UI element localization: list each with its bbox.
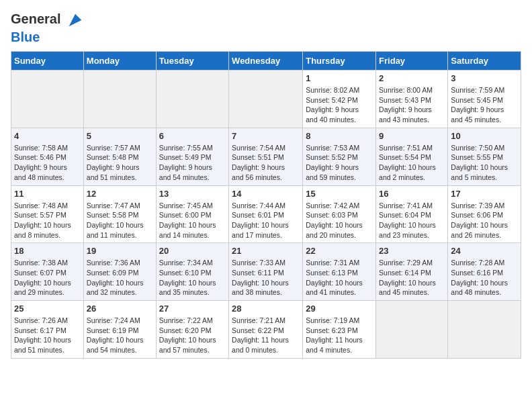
calendar-cell: 8Sunrise: 7:53 AM Sunset: 5:52 PM Daylig…: [303, 128, 376, 185]
day-info: Sunrise: 7:59 AM Sunset: 5:45 PM Dayligh…: [451, 85, 518, 125]
day-number: 15: [306, 189, 373, 199]
column-header-wednesday: Wednesday: [229, 52, 303, 71]
calendar-cell: 28Sunrise: 7:21 AM Sunset: 6:22 PM Dayli…: [229, 301, 303, 359]
calendar-cell: [156, 71, 228, 128]
day-number: 7: [232, 131, 300, 141]
day-info: Sunrise: 7:57 AM Sunset: 5:48 PM Dayligh…: [87, 143, 153, 183]
calendar-cell: 25Sunrise: 7:26 AM Sunset: 6:17 PM Dayli…: [11, 301, 84, 359]
column-header-monday: Monday: [83, 52, 156, 71]
day-number: 11: [14, 189, 81, 199]
day-number: 24: [451, 246, 518, 256]
day-info: Sunrise: 7:39 AM Sunset: 6:06 PM Dayligh…: [451, 201, 518, 240]
week-row-2: 4Sunrise: 7:58 AM Sunset: 5:46 PM Daylig…: [11, 128, 521, 185]
day-info: Sunrise: 7:21 AM Sunset: 6:22 PM Dayligh…: [232, 316, 300, 355]
day-info: Sunrise: 7:26 AM Sunset: 6:17 PM Dayligh…: [14, 316, 81, 355]
day-info: Sunrise: 7:28 AM Sunset: 6:16 PM Dayligh…: [451, 258, 518, 298]
day-number: 12: [87, 189, 153, 199]
day-number: 16: [379, 189, 445, 199]
day-info: Sunrise: 7:22 AM Sunset: 6:20 PM Dayligh…: [159, 316, 226, 355]
calendar-cell: 14Sunrise: 7:44 AM Sunset: 6:01 PM Dayli…: [229, 185, 303, 243]
logo-blue: Blue: [11, 30, 85, 44]
day-info: Sunrise: 7:45 AM Sunset: 6:00 PM Dayligh…: [159, 201, 226, 240]
day-number: 22: [306, 246, 373, 256]
calendar-cell: 15Sunrise: 7:42 AM Sunset: 6:03 PM Dayli…: [303, 185, 376, 243]
day-number: 28: [232, 304, 300, 314]
day-info: Sunrise: 7:34 AM Sunset: 6:10 PM Dayligh…: [159, 258, 226, 298]
calendar-cell: 1Sunrise: 8:02 AM Sunset: 5:42 PM Daylig…: [303, 71, 376, 128]
day-number: 10: [451, 131, 518, 141]
column-header-saturday: Saturday: [448, 52, 521, 71]
day-info: Sunrise: 7:29 AM Sunset: 6:14 PM Dayligh…: [379, 258, 445, 298]
day-info: Sunrise: 7:41 AM Sunset: 6:04 PM Dayligh…: [379, 201, 445, 240]
column-header-sunday: Sunday: [11, 52, 84, 71]
calendar-cell: 9Sunrise: 7:51 AM Sunset: 5:54 PM Daylig…: [376, 128, 448, 185]
calendar-cell: 21Sunrise: 7:33 AM Sunset: 6:11 PM Dayli…: [229, 243, 303, 301]
day-number: 5: [87, 131, 153, 141]
day-number: 19: [87, 246, 153, 256]
calendar-table: SundayMondayTuesdayWednesdayThursdayFrid…: [11, 51, 521, 359]
logo: General Blue: [11, 11, 85, 44]
week-row-5: 25Sunrise: 7:26 AM Sunset: 6:17 PM Dayli…: [11, 301, 521, 359]
day-number: 17: [451, 189, 518, 199]
day-info: Sunrise: 7:31 AM Sunset: 6:13 PM Dayligh…: [306, 258, 373, 298]
day-info: Sunrise: 7:51 AM Sunset: 5:54 PM Dayligh…: [379, 143, 445, 183]
day-number: 1: [306, 73, 373, 83]
day-number: 2: [379, 73, 445, 83]
day-number: 26: [87, 304, 153, 314]
calendar-cell: [376, 301, 448, 359]
day-number: 8: [306, 131, 373, 141]
calendar-cell: 27Sunrise: 7:22 AM Sunset: 6:20 PM Dayli…: [156, 301, 228, 359]
column-header-friday: Friday: [376, 52, 448, 71]
calendar-cell: [229, 71, 303, 128]
day-info: Sunrise: 7:42 AM Sunset: 6:03 PM Dayligh…: [306, 201, 373, 240]
column-header-thursday: Thursday: [303, 52, 376, 71]
day-info: Sunrise: 8:00 AM Sunset: 5:43 PM Dayligh…: [379, 85, 445, 125]
calendar-cell: [83, 71, 156, 128]
calendar-cell: 26Sunrise: 7:24 AM Sunset: 6:19 PM Dayli…: [83, 301, 156, 359]
column-header-tuesday: Tuesday: [156, 52, 228, 71]
day-number: 6: [159, 131, 226, 141]
logo-icon: [66, 11, 85, 30]
svg-marker-0: [69, 14, 82, 27]
calendar-cell: 23Sunrise: 7:29 AM Sunset: 6:14 PM Dayli…: [376, 243, 448, 301]
calendar-cell: 16Sunrise: 7:41 AM Sunset: 6:04 PM Dayli…: [376, 185, 448, 243]
header-row: SundayMondayTuesdayWednesdayThursdayFrid…: [11, 52, 521, 71]
week-row-4: 18Sunrise: 7:38 AM Sunset: 6:07 PM Dayli…: [11, 243, 521, 301]
day-info: Sunrise: 7:44 AM Sunset: 6:01 PM Dayligh…: [232, 201, 300, 240]
week-row-3: 11Sunrise: 7:48 AM Sunset: 5:57 PM Dayli…: [11, 185, 521, 243]
calendar-cell: 20Sunrise: 7:34 AM Sunset: 6:10 PM Dayli…: [156, 243, 228, 301]
calendar-cell: 22Sunrise: 7:31 AM Sunset: 6:13 PM Dayli…: [303, 243, 376, 301]
day-number: 25: [14, 304, 81, 314]
page-header: General Blue: [11, 11, 521, 44]
day-info: Sunrise: 7:19 AM Sunset: 6:23 PM Dayligh…: [306, 316, 373, 355]
day-number: 27: [159, 304, 226, 314]
calendar-cell: 5Sunrise: 7:57 AM Sunset: 5:48 PM Daylig…: [83, 128, 156, 185]
day-info: Sunrise: 7:24 AM Sunset: 6:19 PM Dayligh…: [87, 316, 153, 355]
calendar-cell: 24Sunrise: 7:28 AM Sunset: 6:16 PM Dayli…: [448, 243, 521, 301]
day-info: Sunrise: 7:50 AM Sunset: 5:55 PM Dayligh…: [451, 143, 518, 183]
day-number: 9: [379, 131, 445, 141]
calendar-cell: [11, 71, 84, 128]
calendar-cell: 2Sunrise: 8:00 AM Sunset: 5:43 PM Daylig…: [376, 71, 448, 128]
calendar-cell: 11Sunrise: 7:48 AM Sunset: 5:57 PM Dayli…: [11, 185, 84, 243]
calendar-cell: 19Sunrise: 7:36 AM Sunset: 6:09 PM Dayli…: [83, 243, 156, 301]
day-number: 20: [159, 246, 226, 256]
day-number: 29: [306, 304, 373, 314]
week-row-1: 1Sunrise: 8:02 AM Sunset: 5:42 PM Daylig…: [11, 71, 521, 128]
calendar-cell: 7Sunrise: 7:54 AM Sunset: 5:51 PM Daylig…: [229, 128, 303, 185]
day-info: Sunrise: 7:48 AM Sunset: 5:57 PM Dayligh…: [14, 201, 81, 240]
calendar-cell: 3Sunrise: 7:59 AM Sunset: 5:45 PM Daylig…: [448, 71, 521, 128]
calendar-cell: 17Sunrise: 7:39 AM Sunset: 6:06 PM Dayli…: [448, 185, 521, 243]
calendar-cell: [448, 301, 521, 359]
day-info: Sunrise: 7:58 AM Sunset: 5:46 PM Dayligh…: [14, 143, 81, 183]
calendar-cell: 18Sunrise: 7:38 AM Sunset: 6:07 PM Dayli…: [11, 243, 84, 301]
calendar-cell: 4Sunrise: 7:58 AM Sunset: 5:46 PM Daylig…: [11, 128, 84, 185]
day-info: Sunrise: 7:53 AM Sunset: 5:52 PM Dayligh…: [306, 143, 373, 183]
logo-general: General: [11, 11, 60, 26]
calendar-cell: 12Sunrise: 7:47 AM Sunset: 5:58 PM Dayli…: [83, 185, 156, 243]
calendar-cell: 10Sunrise: 7:50 AM Sunset: 5:55 PM Dayli…: [448, 128, 521, 185]
day-number: 14: [232, 189, 300, 199]
calendar-cell: 13Sunrise: 7:45 AM Sunset: 6:00 PM Dayli…: [156, 185, 228, 243]
day-number: 13: [159, 189, 226, 199]
calendar-cell: 29Sunrise: 7:19 AM Sunset: 6:23 PM Dayli…: [303, 301, 376, 359]
